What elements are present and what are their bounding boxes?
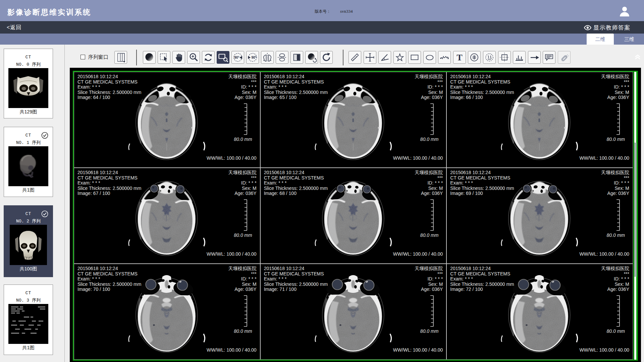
svg-text:90°: 90° (251, 56, 256, 59)
svg-text:90°: 90° (234, 56, 239, 59)
svg-text:T: T (457, 53, 462, 62)
